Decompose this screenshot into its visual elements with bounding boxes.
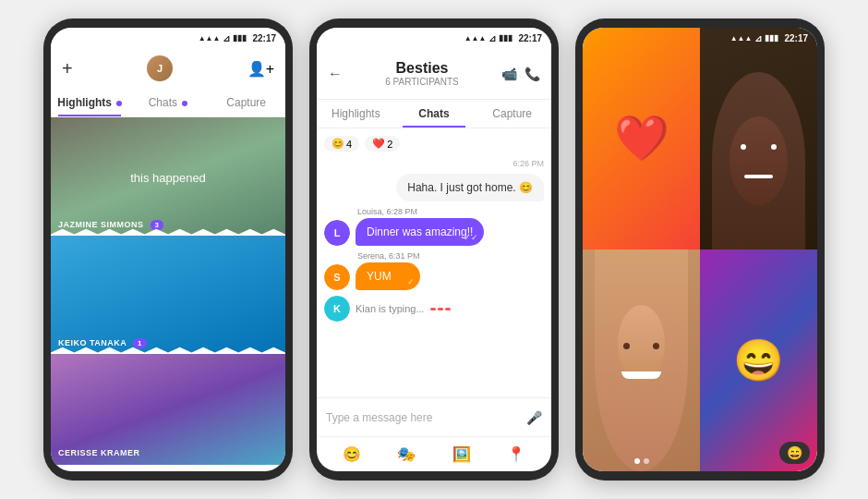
sender-serena: Serena, 6:31 PM: [357, 251, 420, 261]
chat-reactions: 😊 4 ❤️ 2: [324, 136, 544, 152]
chat-area: 😊 4 ❤️ 2 6:26 PM Haha. I just got home. …: [317, 128, 551, 397]
avatar-kian: K: [324, 296, 350, 322]
tab-chats-2[interactable]: Chats: [395, 100, 474, 128]
bubble-louisa: Dinner was amazing!! ✓✓: [356, 218, 484, 246]
voice-call-button[interactable]: 📞: [524, 67, 540, 81]
tab-highlights-2[interactable]: Highlights: [317, 100, 395, 128]
avatar-kian-circle: K: [324, 296, 350, 322]
status-bar-3: ▲▲▲ ⊿ ▮▮▮ 22:17: [583, 28, 817, 48]
story-label-3: CERISSE KRAMER: [58, 448, 140, 457]
reaction-count-2: 2: [387, 139, 392, 150]
avatar-louisa: L: [324, 220, 350, 246]
video-cell-face2: [583, 250, 700, 471]
avatar-1[interactable]: J: [147, 55, 173, 81]
wifi-icon-2: ⊿: [488, 33, 496, 43]
participant-count: 6 PARTICIPANTS: [385, 77, 458, 87]
status-bar-2: ▲▲▲ ⊿ ▮▮▮ 22:17: [317, 28, 551, 48]
emoji-toolbar-button[interactable]: 😊: [343, 445, 361, 463]
typing-dot-3: [445, 308, 451, 310]
story-label-1: JAZMINE SIMMONS 3: [58, 220, 163, 230]
typing-text: Kian is typing...: [356, 303, 425, 314]
image-toolbar-button[interactable]: 🖼️: [452, 445, 471, 463]
phone2-tabs: Highlights Chats Capture: [317, 100, 551, 128]
story-label-2: KEIKO TANAKA 1: [58, 338, 147, 348]
location-toolbar-button[interactable]: 📍: [507, 445, 525, 463]
mic-button[interactable]: 🎤: [526, 410, 542, 425]
phone2-header: ← Besties 6 PARTICIPANTS 📹 📞: [317, 48, 551, 100]
signal-icon-2: ▲▲▲: [464, 34, 487, 43]
time-display-3: 22:17: [784, 33, 808, 43]
story-badge-1: 3: [151, 220, 164, 230]
status-bar-1: ▲▲▲ ⊿ ▮▮▮ 22:17: [51, 28, 285, 48]
story-text-1: this happened: [130, 171, 206, 185]
bubble-serena: YUM ✓: [356, 262, 420, 290]
avatar-serena: S: [324, 264, 350, 290]
typing-dots: [430, 308, 451, 310]
emoji-reaction-button[interactable]: 😄: [779, 442, 810, 464]
reaction-emoji-2: ❤️: [372, 138, 385, 150]
tab-highlights-1[interactable]: Highlights: [51, 89, 129, 116]
read-receipt: ✓✓: [464, 233, 478, 242]
tab-capture-1[interactable]: Capture: [207, 89, 285, 116]
reaction-count-1: 4: [346, 139, 352, 150]
video-status-dots: [634, 458, 649, 464]
chat-toolbar: 😊 🎭 🖼️ 📍: [317, 436, 551, 471]
story-card-3[interactable]: CERISSE KRAMER: [51, 354, 285, 465]
battery-icon-2: ▮▮▮: [499, 33, 512, 43]
add-button[interactable]: +: [62, 58, 73, 79]
highlights-dot: [116, 101, 122, 106]
phone1-tabs: Highlights Chats Capture: [51, 89, 285, 117]
typing-dot-1: [430, 308, 436, 310]
story-card-1[interactable]: this happened JAZMINE SIMMONS 3: [51, 117, 285, 237]
chat-input-bar: Type a message here 🎤: [317, 397, 551, 436]
bubble-louisa-wrap: Louisa, 6:28 PM Dinner was amazing!! ✓✓: [356, 207, 484, 246]
phone-2: ▲▲▲ ⊿ ▮▮▮ 22:17 ← Besties 6 PARTICIPANTS…: [309, 18, 559, 481]
phone1-header: + J 👤+: [51, 48, 285, 89]
video-cell-emoji: 😄 😄: [700, 250, 817, 471]
laugh-emoji: 😄: [733, 336, 784, 384]
story-card-2[interactable]: KEIKO TANAKA 1: [51, 236, 285, 356]
heart-icon: ❤️: [614, 113, 669, 164]
typing-dot-2: [438, 308, 443, 310]
wifi-icon-3: ⊿: [754, 33, 762, 43]
bubble-serena-wrap: Serena, 6:31 PM YUM ✓: [356, 251, 420, 290]
video-grid: ❤️: [583, 28, 817, 471]
signal-icon-3: ▲▲▲: [730, 34, 753, 43]
group-name: Besties: [396, 60, 449, 77]
time-display-1: 22:17: [252, 33, 276, 43]
tab-capture-2[interactable]: Capture: [473, 100, 551, 128]
message-right: Haha. I just got home. 😊: [396, 174, 544, 201]
avatar-louisa-circle: L: [324, 220, 350, 246]
chats-dot: [182, 101, 187, 106]
phone1-feed: this happened JAZMINE SIMMONS 3 KEIKO TA…: [51, 117, 285, 471]
read-receipt-2: ✓: [407, 277, 415, 286]
message-serena-row: S Serena, 6:31 PM YUM ✓: [324, 251, 544, 290]
video-cell-heart: ❤️: [583, 28, 700, 250]
reaction-emoji-1: 😊: [332, 138, 344, 150]
avatar-serena-circle: S: [324, 264, 350, 290]
tab-chats-1[interactable]: Chats: [129, 89, 208, 116]
video-cell-face1: [700, 28, 817, 250]
status-dot-2: [644, 458, 649, 464]
reaction-2[interactable]: ❤️ 2: [365, 136, 400, 152]
story-badge-2: 1: [133, 338, 147, 348]
reaction-1[interactable]: 😊 4: [324, 136, 359, 152]
battery-icon-3: ▮▮▮: [765, 33, 778, 43]
sender-louisa: Louisa, 6:28 PM: [357, 207, 484, 216]
message-louisa-row: L Louisa, 6:28 PM Dinner was amazing!! ✓…: [324, 207, 544, 246]
video-call-button[interactable]: 📹: [501, 67, 517, 81]
sticker-toolbar-button[interactable]: 🎭: [397, 445, 416, 463]
back-button[interactable]: ←: [328, 66, 343, 82]
phone-1: ▲▲▲ ⊿ ▮▮▮ 22:17 + J 👤+ Highlights Chats: [43, 18, 293, 481]
message-right-wrapper: Haha. I just got home. 😊: [324, 174, 544, 201]
add-friend-button[interactable]: 👤+: [247, 60, 274, 78]
chat-timestamp-1: 6:26 PM: [324, 159, 544, 168]
typing-indicator: K Kian is typing...: [324, 296, 544, 322]
phone-3: ▲▲▲ ⊿ ▮▮▮ 22:17 ❤️: [575, 18, 825, 481]
wifi-icon: ⊿: [223, 33, 230, 43]
signal-icon: ▲▲▲: [199, 34, 221, 43]
message-input[interactable]: Type a message here: [326, 411, 521, 424]
battery-icon-text: ▮▮▮: [233, 33, 247, 43]
time-display-2: 22:17: [518, 33, 542, 43]
status-dot-1: [634, 458, 640, 464]
